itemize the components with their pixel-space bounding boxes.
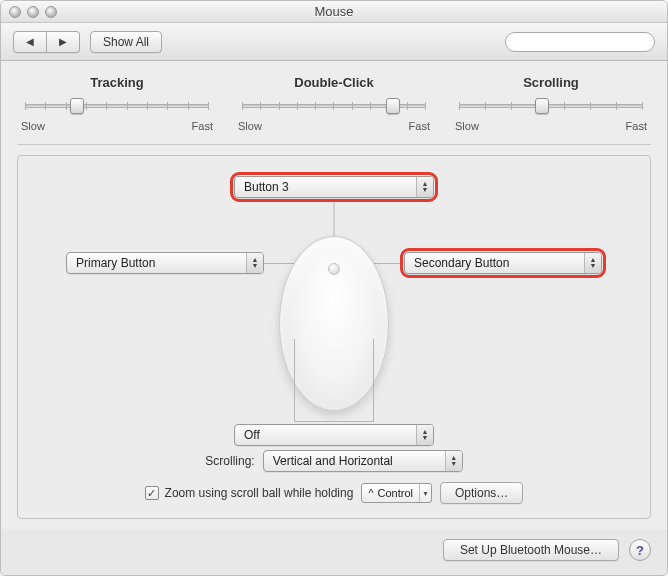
top-button-popup[interactable]: Button 3 ▲▼	[234, 176, 434, 198]
scrolling-slow-label: Slow	[455, 120, 479, 132]
titlebar: Mouse	[1, 1, 667, 23]
right-button-popup[interactable]: Secondary Button ▲▼	[404, 252, 602, 274]
help-button[interactable]: ?	[629, 539, 651, 561]
mouse-config-panel: Button 3 ▲▼ Primary Button ▲▼	[17, 155, 651, 519]
search-input[interactable]	[516, 35, 658, 49]
forward-button[interactable]: ▶	[47, 31, 80, 53]
left-button-value: Primary Button	[76, 256, 155, 270]
side-button-value: Off	[244, 428, 260, 442]
updown-icon: ▲▼	[416, 177, 433, 197]
scrolling-slider-group: Scrolling Slow Fast	[451, 75, 651, 132]
tracking-title: Tracking	[17, 75, 217, 90]
doubleclick-slider-group: Double-Click Slow Fast	[234, 75, 434, 132]
scrolling-fast-label: Fast	[626, 120, 647, 132]
top-button-value: Button 3	[244, 180, 289, 194]
zoom-checkbox[interactable]: ✓ Zoom using scroll ball while holding	[145, 486, 354, 500]
back-button[interactable]: ◀	[13, 31, 47, 53]
content-area: Tracking Slow Fast Double-Click	[1, 61, 667, 529]
side-button-popup[interactable]: Off ▲▼	[234, 424, 434, 446]
doubleclick-title: Double-Click	[234, 75, 434, 90]
tracking-slow-label: Slow	[21, 120, 45, 132]
scrollball-icon	[328, 263, 340, 275]
right-button-value: Secondary Button	[414, 256, 509, 270]
chevron-left-icon: ◀	[26, 36, 34, 47]
updown-icon: ▲▼	[445, 451, 462, 471]
scrolling-mode-value: Vertical and Horizontal	[273, 454, 393, 468]
show-all-button[interactable]: Show All	[90, 31, 162, 53]
chevron-right-icon: ▶	[59, 36, 67, 47]
zoom-label: Zoom using scroll ball while holding	[165, 486, 354, 500]
doubleclick-slider[interactable]	[242, 96, 426, 116]
scrolling-mode-label: Scrolling:	[205, 454, 254, 468]
nav-buttons: ◀ ▶	[13, 31, 80, 53]
search-field[interactable]	[505, 32, 655, 52]
toolbar: ◀ ▶ Show All	[1, 23, 667, 61]
scrolling-mode-popup[interactable]: Vertical and Horizontal ▲▼	[263, 450, 463, 472]
tracking-slider-group: Tracking Slow Fast	[17, 75, 217, 132]
doubleclick-fast-label: Fast	[409, 120, 430, 132]
checkbox-icon: ✓	[145, 486, 159, 500]
updown-icon: ▲▼	[246, 253, 263, 273]
window-title: Mouse	[1, 4, 667, 19]
modifier-name: Control	[378, 487, 413, 499]
tracking-slider[interactable]	[25, 96, 209, 116]
scrolling-slider[interactable]	[459, 96, 643, 116]
prefs-window: Mouse ◀ ▶ Show All Tracking Slow	[0, 0, 668, 576]
modifier-symbol: ^	[368, 487, 373, 499]
doubleclick-slow-label: Slow	[238, 120, 262, 132]
tracking-fast-label: Fast	[192, 120, 213, 132]
bottom-controls: Scrolling: Vertical and Horizontal ▲▼ ✓ …	[36, 450, 632, 504]
zoom-options-button[interactable]: Options…	[440, 482, 523, 504]
chevron-down-icon: ▼	[419, 484, 431, 502]
footer: Set Up Bluetooth Mouse… ?	[1, 529, 667, 575]
sliders-row: Tracking Slow Fast Double-Click	[17, 75, 651, 145]
left-button-popup[interactable]: Primary Button ▲▼	[66, 252, 264, 274]
setup-bluetooth-button[interactable]: Set Up Bluetooth Mouse…	[443, 539, 619, 561]
updown-icon: ▲▼	[584, 253, 601, 273]
scrolling-title: Scrolling	[451, 75, 651, 90]
mouse-diagram: Button 3 ▲▼ Primary Button ▲▼	[36, 176, 632, 456]
updown-icon: ▲▼	[416, 425, 433, 445]
zoom-modifier-popup[interactable]: ^ Control ▼	[361, 483, 432, 503]
